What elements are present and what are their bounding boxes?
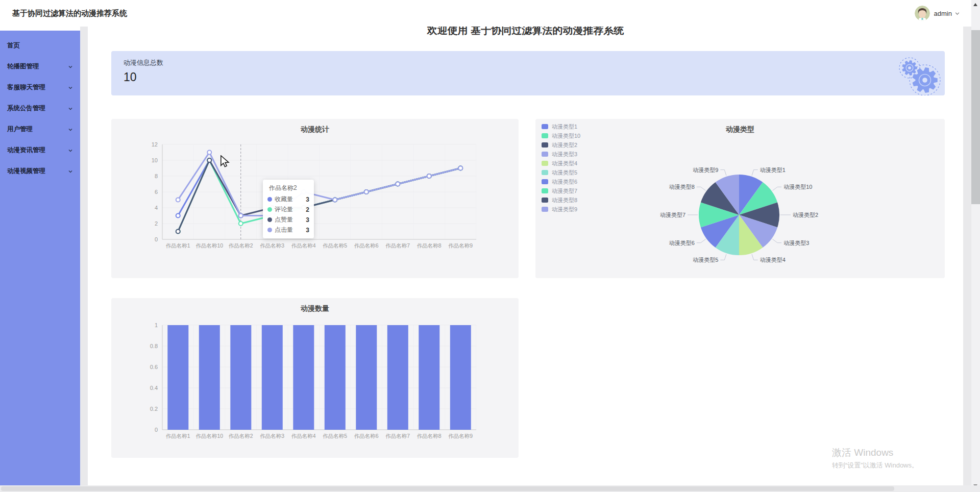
horizontal-scrollbar-thumb[interactable] bbox=[1, 486, 894, 491]
data-point bbox=[333, 198, 337, 202]
pie-label: 动漫类型10 bbox=[783, 184, 812, 190]
axis-label: 作品名称2 bbox=[229, 242, 253, 249]
axis-label: 作品名称10 bbox=[195, 433, 223, 439]
line-chart[interactable]: 024681012作品名称1作品名称10作品名称2作品名称3作品名称4作品名称5… bbox=[111, 119, 519, 278]
bar-chart[interactable]: 00.20.40.60.81作品名称1作品名称10作品名称2作品名称3作品名称4… bbox=[111, 298, 519, 458]
data-point bbox=[207, 158, 211, 162]
sidebar-item-chat[interactable]: 客服聊天管理 bbox=[0, 77, 80, 98]
axis-label: 12 bbox=[152, 141, 158, 147]
sidebar-item-label: 轮播图管理 bbox=[7, 62, 39, 71]
chevron-down-icon bbox=[68, 64, 73, 69]
axis-label: 作品名称1 bbox=[166, 433, 190, 439]
axis-label: 作品名称8 bbox=[417, 242, 442, 249]
sidebar-item-videos[interactable]: 动漫视频管理 bbox=[0, 161, 80, 182]
sidebar-item-users[interactable]: 用户管理 bbox=[0, 119, 80, 140]
bar[interactable] bbox=[325, 325, 346, 430]
tooltip-row: 点击量3 bbox=[267, 226, 309, 234]
page-gutter-left bbox=[80, 27, 88, 485]
axis-label: 作品名称3 bbox=[260, 242, 284, 249]
pie-label: 动漫类型6 bbox=[669, 240, 695, 246]
chevron-down-icon bbox=[68, 85, 73, 90]
stats-card-value: 10 bbox=[124, 70, 137, 84]
axis-label: 作品名称4 bbox=[291, 433, 316, 439]
chevron-down-icon bbox=[68, 127, 73, 132]
axis-label: 作品名称4 bbox=[291, 242, 316, 249]
series-dot-icon bbox=[267, 197, 272, 202]
main-content: 欢迎使用 基于协同过滤算法的动漫推荐系统 动漫信息总数 10 动漫统计 0246… bbox=[88, 27, 963, 485]
pie-label: 动漫类型7 bbox=[660, 212, 685, 218]
mouse-cursor bbox=[220, 155, 231, 167]
tooltip-label: 收藏量 bbox=[275, 195, 293, 204]
axis-label: 作品名称7 bbox=[385, 242, 410, 249]
bar[interactable] bbox=[199, 325, 220, 430]
data-point bbox=[427, 174, 431, 178]
scrollbar-corner bbox=[971, 485, 980, 492]
watermark-line2: 转到“设置”以激活 Windows。 bbox=[832, 461, 918, 470]
data-point bbox=[239, 214, 243, 218]
vertical-scrollbar-thumb[interactable] bbox=[971, 30, 980, 204]
series-dot-icon bbox=[267, 217, 272, 222]
sidebar-item-label: 动漫视频管理 bbox=[7, 167, 45, 176]
sidebar-item-label: 系统公告管理 bbox=[7, 104, 45, 113]
tooltip-label: 评论量 bbox=[275, 205, 293, 214]
axis-label: 4 bbox=[155, 205, 158, 211]
data-point bbox=[239, 222, 243, 226]
tooltip-row: 评论量2 bbox=[267, 205, 309, 214]
sidebar-item-news[interactable]: 动漫资讯管理 bbox=[0, 140, 80, 161]
pie-label: 动漫类型4 bbox=[760, 257, 786, 263]
horizontal-scrollbar[interactable] bbox=[0, 485, 971, 492]
pie-label-line bbox=[720, 254, 726, 260]
app-title: 基于协同过滤算法的动漫推荐系统 bbox=[12, 0, 127, 27]
user-menu[interactable]: admin bbox=[915, 6, 960, 21]
chevron-down-icon bbox=[68, 169, 73, 174]
pie-label: 动漫类型5 bbox=[693, 257, 718, 263]
vertical-scrollbar[interactable] bbox=[971, 0, 980, 492]
scroll-up-arrow-icon[interactable] bbox=[973, 3, 977, 6]
bar[interactable] bbox=[356, 325, 377, 430]
sidebar-item-label: 动漫资讯管理 bbox=[7, 146, 45, 155]
axis-label: 作品名称6 bbox=[354, 433, 379, 439]
axis-label: 作品名称5 bbox=[323, 242, 347, 249]
axis-label: 作品名称8 bbox=[417, 433, 442, 439]
data-point bbox=[364, 190, 369, 194]
bar[interactable] bbox=[230, 325, 251, 430]
data-point bbox=[176, 198, 180, 202]
axis-label: 0.4 bbox=[150, 385, 158, 391]
pie-chart-card: 动漫类型 动漫类型1动漫类型10动漫类型2动漫类型3动漫类型4动漫类型5动漫类型… bbox=[535, 119, 945, 278]
sidebar-item-carousel[interactable]: 轮播图管理 bbox=[0, 56, 80, 77]
bar[interactable] bbox=[167, 325, 188, 430]
avatar-image bbox=[915, 6, 930, 21]
user-name: admin bbox=[934, 10, 952, 17]
pie-label: 动漫类型9 bbox=[693, 167, 718, 173]
bar[interactable] bbox=[450, 325, 471, 430]
bar[interactable] bbox=[387, 325, 408, 430]
tooltip-value: 3 bbox=[306, 216, 309, 224]
sidebar-item-home[interactable]: 首页 bbox=[0, 35, 80, 56]
axis-label: 8 bbox=[155, 173, 158, 179]
axis-label: 2 bbox=[155, 220, 158, 227]
bar[interactable] bbox=[419, 325, 439, 430]
axis-label: 10 bbox=[152, 157, 158, 163]
pie-chart[interactable]: 动漫类型1动漫类型10动漫类型2动漫类型3动漫类型4动漫类型5动漫类型6动漫类型… bbox=[535, 119, 945, 278]
avatar[interactable] bbox=[915, 6, 930, 21]
pie-label-line bbox=[752, 170, 758, 176]
data-point bbox=[176, 230, 180, 234]
bar[interactable] bbox=[262, 325, 283, 430]
app-header: 基于协同过滤算法的动漫推荐系统 admin bbox=[0, 0, 971, 27]
windows-activation-watermark: 激活 Windows 转到“设置”以激活 Windows。 bbox=[832, 446, 918, 470]
sidebar: 首页轮播图管理客服聊天管理系统公告管理用户管理动漫资讯管理动漫视频管理 bbox=[0, 31, 80, 485]
axis-label: 作品名称10 bbox=[195, 242, 223, 249]
axis-label: 作品名称7 bbox=[385, 433, 410, 439]
pie-label-line bbox=[697, 239, 706, 243]
series-dot-icon bbox=[267, 228, 272, 232]
axis-label: 0.6 bbox=[150, 364, 158, 370]
chevron-down-icon bbox=[954, 11, 960, 16]
axis-label: 1 bbox=[155, 322, 158, 328]
sidebar-item-announcement[interactable]: 系统公告管理 bbox=[0, 98, 80, 119]
axis-label: 作品名称9 bbox=[448, 433, 473, 439]
sidebar-item-label: 首页 bbox=[7, 41, 20, 50]
tooltip-row: 点赞量3 bbox=[267, 215, 309, 224]
data-point bbox=[396, 182, 400, 186]
bar[interactable] bbox=[293, 325, 314, 430]
axis-label: 0 bbox=[155, 427, 158, 433]
